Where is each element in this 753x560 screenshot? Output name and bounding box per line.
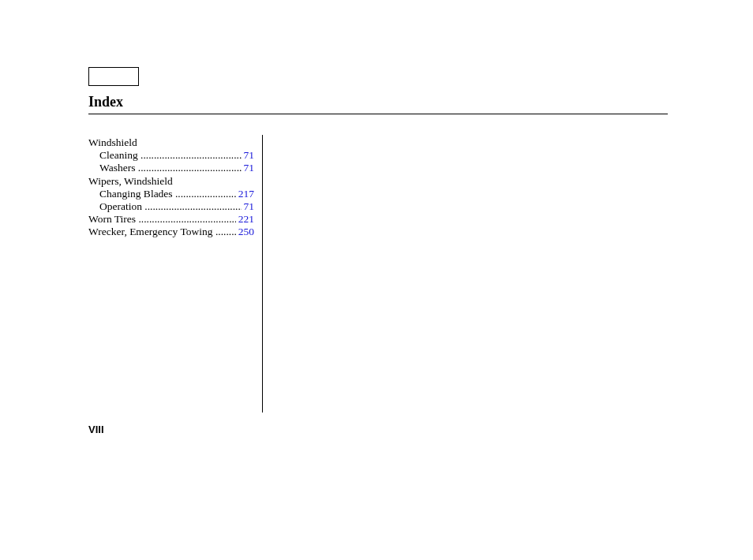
title-rule <box>88 114 668 114</box>
index-entry: Changing Blades ........................… <box>88 188 254 200</box>
index-entry: Wipers, Windshield <box>88 175 254 188</box>
index-entry: Cleaning ...............................… <box>88 149 254 162</box>
logo-box <box>88 67 139 86</box>
index-entry: Operation ..............................… <box>88 200 254 213</box>
index-entry: Washers ................................… <box>88 162 254 174</box>
index-page-link[interactable]: 250 <box>236 226 254 238</box>
index-page-link[interactable]: 71 <box>242 149 255 162</box>
index-entry-label: Wipers, Windshield <box>88 175 173 187</box>
page-title: Index <box>88 94 668 110</box>
column-divider <box>262 135 263 413</box>
index-columns: WindshieldCleaning .....................… <box>88 136 668 239</box>
index-entry: Windshield <box>88 136 254 149</box>
index-page-link[interactable]: 71 <box>242 162 255 174</box>
index-entry: Wrecker, Emergency Towing ..............… <box>88 226 254 238</box>
index-entry-label: Changing Blades ........................… <box>99 188 254 200</box>
index-page-link[interactable]: 217 <box>236 188 254 200</box>
index-page-link[interactable]: 71 <box>242 200 255 213</box>
index-entry-label: Wrecker, Emergency Towing ..............… <box>88 226 254 237</box>
index-entry-label: Cleaning ...............................… <box>99 149 254 161</box>
index-entry-label: Worn Tires .............................… <box>88 213 254 225</box>
index-entry: Worn Tires .............................… <box>88 213 254 226</box>
index-entry-label: Windshield <box>88 136 137 148</box>
index-page-link[interactable]: 221 <box>236 213 254 226</box>
page-number: VIII <box>88 424 104 435</box>
index-entry-label: Operation ..............................… <box>99 200 254 212</box>
index-entry-label: Washers ................................… <box>99 162 254 174</box>
index-column-1: WindshieldCleaning .....................… <box>88 136 254 239</box>
